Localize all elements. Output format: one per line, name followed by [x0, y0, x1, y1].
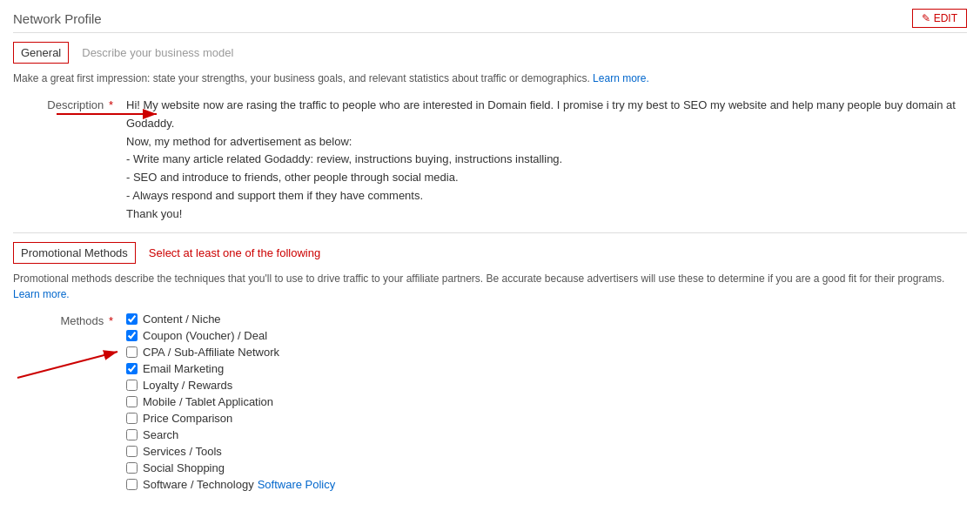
edit-icon: ✎	[922, 12, 930, 24]
method-checkbox-cpa_sub[interactable]	[126, 346, 138, 358]
method-label-cpa_sub[interactable]: CPA / Sub-Affiliate Network	[143, 346, 279, 359]
method-label-mobile_tablet[interactable]: Mobile / Tablet Application	[143, 395, 273, 408]
section-divider	[13, 232, 967, 233]
description-field-row: Description * Hi! My website now are ras…	[13, 97, 967, 224]
methods-field-row: Methods * Content / NicheCoupon (Voucher…	[13, 313, 967, 494]
method-checkbox-price_comparison[interactable]	[126, 413, 138, 424]
software-policy-link[interactable]: Software Policy	[258, 478, 336, 491]
general-sub-label: Describe your business model	[82, 46, 233, 59]
method-checkbox-software_technology[interactable]	[126, 479, 138, 490]
list-item: Content / Niche	[126, 313, 967, 326]
method-label-services_tools[interactable]: Services / Tools	[143, 445, 222, 458]
description-label: Description *	[13, 97, 126, 224]
promotional-learn-more-link[interactable]: Learn more.	[13, 288, 70, 300]
list-item: Search	[126, 428, 967, 441]
method-label-email_marketing[interactable]: Email Marketing	[143, 362, 224, 375]
method-checkbox-loyalty_rewards[interactable]	[126, 380, 138, 391]
method-label-loyalty_rewards[interactable]: Loyalty / Rewards	[143, 379, 232, 392]
method-checkbox-search[interactable]	[126, 429, 138, 440]
method-label-content_niche[interactable]: Content / Niche	[143, 313, 221, 326]
list-item: Services / Tools	[126, 445, 967, 458]
method-checkbox-social_shopping[interactable]	[126, 462, 138, 474]
list-item: Email Marketing	[126, 362, 967, 375]
page-title-bar: Network Profile ✎ EDIT	[13, 9, 967, 33]
methods-content: Content / NicheCoupon (Voucher) / DealCP…	[126, 313, 967, 494]
list-item: Social Shopping	[126, 461, 967, 474]
method-checkbox-content_niche[interactable]	[126, 313, 138, 325]
general-section-header: General Describe your business model	[13, 42, 967, 64]
promotional-sub-label: Select at least one of the following	[149, 246, 320, 259]
method-label-price_comparison[interactable]: Price Comparison	[143, 412, 232, 425]
list-item: Software / TechnologySoftware Policy	[126, 478, 967, 491]
method-label-software_technology[interactable]: Software / Technology	[143, 478, 254, 491]
list-item: Coupon (Voucher) / Deal	[126, 329, 967, 342]
list-item: Loyalty / Rewards	[126, 379, 967, 392]
page-title: Network Profile	[13, 11, 102, 26]
edit-button[interactable]: ✎ EDIT	[912, 9, 967, 28]
list-item: Price Comparison	[126, 412, 967, 425]
list-item: CPA / Sub-Affiliate Network	[126, 346, 967, 359]
promotional-section-label: Promotional Methods	[13, 242, 136, 264]
general-info-text: Make a great first impression: state you…	[13, 71, 967, 86]
general-section-label: General	[13, 42, 69, 64]
method-checkbox-email_marketing[interactable]	[126, 363, 138, 374]
general-learn-more-link[interactable]: Learn more.	[593, 72, 649, 84]
promotional-info-text: Promotional methods describe the techniq…	[13, 271, 967, 302]
methods-label: Methods *	[13, 313, 126, 494]
method-checkbox-services_tools[interactable]	[126, 446, 138, 457]
list-item: Mobile / Tablet Application	[126, 395, 967, 408]
description-content: Hi! My website now are rasing the traffi…	[126, 97, 967, 224]
method-checkbox-mobile_tablet[interactable]	[126, 396, 138, 407]
edit-label: EDIT	[934, 12, 957, 24]
method-checkbox-coupon_deal[interactable]	[126, 330, 138, 341]
method-label-coupon_deal[interactable]: Coupon (Voucher) / Deal	[143, 329, 267, 342]
method-label-social_shopping[interactable]: Social Shopping	[143, 461, 225, 474]
promotional-section-header: Promotional Methods Select at least one …	[13, 242, 967, 264]
method-label-search[interactable]: Search	[143, 428, 178, 441]
methods-checkbox-list: Content / NicheCoupon (Voucher) / DealCP…	[126, 313, 967, 491]
